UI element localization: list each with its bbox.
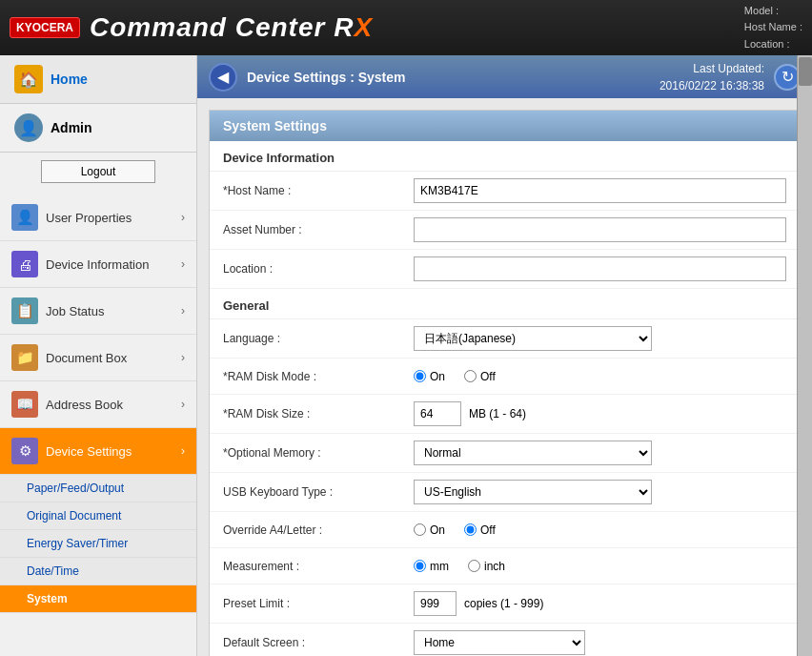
breadcrumb-right: Last Updated: 2016/02/22 16:38:38 ↻ (660, 60, 801, 94)
sidebar-item-device-settings[interactable]: ⚙ Device Settings › (0, 428, 196, 475)
document-box-icon: 📁 (11, 344, 38, 371)
asset-number-input[interactable] (414, 217, 786, 242)
content-area: ◀ Device Settings : System Last Updated:… (197, 55, 812, 656)
hostname-row: Host Name : (744, 19, 802, 36)
main-container: 🏠 Home 👤 Admin Logout 👤 User Properties … (0, 55, 812, 656)
optional-memory-select[interactable]: Normal Maximum (414, 441, 652, 465)
sidebar-item-document-box[interactable]: 📁 Document Box › (0, 335, 196, 381)
preset-limit-input[interactable] (414, 591, 457, 616)
override-on-radio[interactable]: On (414, 523, 445, 537)
ram-disk-on-input[interactable] (414, 370, 426, 382)
optional-memory-row: *Optional Memory : Normal Maximum (210, 434, 800, 473)
measurement-inch-input[interactable] (468, 560, 480, 572)
ram-disk-on-radio[interactable]: On (414, 370, 445, 383)
override-off-radio[interactable]: Off (464, 523, 496, 537)
override-a4-row: Override A4/Letter : On Off (210, 512, 800, 548)
general-section-title: General (210, 289, 800, 319)
override-a4-control: On Off (414, 523, 786, 537)
measurement-inch-radio[interactable]: inch (468, 560, 505, 573)
user-properties-icon: 👤 (11, 204, 38, 231)
default-screen-row: Default Screen : Home Copy Fax Send (210, 624, 800, 656)
location-row: Location : (210, 250, 800, 289)
preset-limit-group: copies (1 - 999) (414, 591, 543, 616)
language-label: Language : (223, 332, 414, 345)
measurement-mm-input[interactable] (414, 560, 426, 572)
sidebar-item-device-information[interactable]: 🖨 Device Information › (0, 241, 196, 288)
asset-number-label: Asset Number : (223, 223, 414, 236)
home-link[interactable]: Home (51, 72, 88, 87)
settings-panel-header: System Settings (210, 111, 800, 141)
host-name-control (414, 178, 786, 203)
host-name-input[interactable] (414, 178, 786, 203)
location-input[interactable] (414, 256, 786, 281)
kyocera-logo: KYOCERA (10, 17, 80, 38)
measurement-mm-label: mm (430, 560, 449, 573)
sidebar-sub-paper-feed[interactable]: Paper/Feed/Output (0, 475, 196, 502)
sidebar-sub-original-doc[interactable]: Original Document (0, 502, 196, 530)
logo-area: KYOCERA Command Center RX (0, 12, 373, 43)
app-title: Command Center RX (90, 12, 373, 43)
sidebar-item-job-status[interactable]: 📋 Job Status › (0, 288, 196, 335)
default-screen-select[interactable]: Home Copy Fax Send (414, 630, 585, 655)
measurement-control: mm inch (414, 560, 786, 573)
measurement-mm-radio[interactable]: mm (414, 560, 449, 573)
scrollbar[interactable] (797, 55, 812, 656)
home-icon: 🏠 (14, 65, 43, 93)
logout-button[interactable]: Logout (41, 160, 155, 183)
ram-disk-mode-control: On Off (414, 370, 786, 383)
sidebar-item-label: Device Settings (46, 444, 173, 459)
optional-memory-label: *Optional Memory : (223, 446, 414, 460)
host-name-row: *Host Name : (210, 172, 800, 211)
ram-disk-size-control: MB (1 - 64) (414, 401, 786, 426)
sidebar-sub-system[interactable]: System (0, 585, 196, 613)
asset-number-row: Asset Number : (210, 211, 800, 250)
sidebar-home[interactable]: 🏠 Home (0, 55, 196, 104)
sidebar: 🏠 Home 👤 Admin Logout 👤 User Properties … (0, 55, 197, 656)
last-updated: Last Updated: 2016/02/22 16:38:38 (660, 60, 764, 94)
override-off-input[interactable] (464, 523, 477, 536)
sidebar-sub-date-time[interactable]: Date/Time (0, 558, 196, 585)
device-information-icon: 🖨 (11, 251, 38, 277)
ram-disk-off-radio[interactable]: Off (464, 370, 496, 383)
override-radio-group: On Off (414, 523, 496, 537)
sidebar-item-label: User Properties (46, 211, 173, 225)
ram-disk-off-input[interactable] (464, 370, 477, 382)
measurement-label: Measurement : (223, 560, 414, 573)
device-settings-icon: ⚙ (11, 438, 38, 464)
ram-disk-size-input[interactable] (414, 401, 461, 426)
ram-disk-size-hint: MB (1 - 64) (469, 407, 526, 420)
default-screen-control: Home Copy Fax Send (414, 630, 786, 655)
chevron-right-icon: › (181, 257, 185, 271)
default-screen-label: Default Screen : (223, 636, 414, 649)
title-suffix: X (354, 12, 373, 42)
address-book-icon: 📖 (11, 391, 38, 418)
ram-disk-size-label: *RAM Disk Size : (223, 407, 414, 420)
job-status-icon: 📋 (11, 297, 38, 324)
chevron-right-icon: › (181, 304, 185, 318)
sidebar-item-user-properties[interactable]: 👤 User Properties › (0, 195, 196, 241)
ram-disk-mode-radio-group: On Off (414, 370, 496, 383)
override-on-label: On (430, 523, 445, 537)
chevron-right-icon: › (181, 398, 185, 411)
preset-limit-row: Preset Limit : copies (1 - 999) (210, 584, 800, 624)
breadcrumb-left: ◀ Device Settings : System (209, 63, 406, 92)
sidebar-item-label: Address Book (46, 398, 173, 412)
scrollbar-thumb[interactable] (799, 57, 812, 86)
sidebar-admin: 👤 Admin (0, 104, 196, 153)
ram-disk-mode-row: *RAM Disk Mode : On Off (210, 359, 800, 395)
sidebar-item-label: Document Box (46, 351, 173, 365)
ram-disk-off-label: Off (480, 370, 496, 383)
language-select[interactable]: 日本語(Japanese) English (414, 326, 652, 351)
usb-keyboard-select[interactable]: US-English UK-English (414, 480, 652, 504)
settings-panel: System Settings Device Information *Host… (209, 110, 801, 656)
host-name-label: *Host Name : (223, 184, 414, 197)
settings-panel-title: System Settings (223, 118, 327, 133)
measurement-row: Measurement : mm inch (210, 548, 800, 584)
override-on-input[interactable] (414, 523, 426, 536)
device-info-section-title: Device Information (210, 141, 800, 172)
back-button[interactable]: ◀ (209, 63, 237, 92)
sidebar-item-address-book[interactable]: 📖 Address Book › (0, 381, 196, 428)
header-device-info: Model : Host Name : Location : (744, 3, 802, 53)
sidebar-sub-energy-saver[interactable]: Energy Saver/Timer (0, 530, 196, 558)
chevron-down-icon: › (181, 444, 185, 458)
